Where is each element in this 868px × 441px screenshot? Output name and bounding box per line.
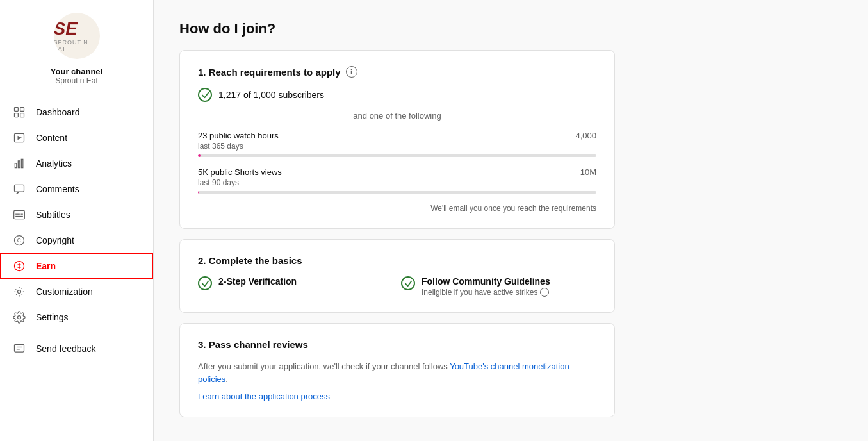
svg-text:C: C xyxy=(17,237,21,244)
content-icon xyxy=(13,131,26,144)
logo-subtitle: SPROUT N EAT xyxy=(54,39,100,52)
comments-label: Comments xyxy=(36,184,79,194)
svg-rect-7 xyxy=(18,161,20,168)
channel-logo-section: SE SPROUT N EAT Your channel Sprout n Ea… xyxy=(0,0,153,99)
svg-rect-0 xyxy=(15,108,19,112)
sidebar-item-customization[interactable]: Customization xyxy=(0,279,153,304)
svg-point-20 xyxy=(18,290,21,294)
watch-hours-sublabel: last 365 days xyxy=(198,142,596,151)
watch-hours-target: 4,000 xyxy=(575,131,596,140)
strikes-info-icon[interactable]: i xyxy=(540,288,549,297)
watch-hours-progress-bg xyxy=(198,154,596,157)
subscribers-check-icon xyxy=(198,88,212,102)
basics-card: 2. Complete the basics 2-Step Verificati… xyxy=(179,239,615,313)
subscribers-row: 1,217 of 1,000 subscribers xyxy=(198,88,596,102)
svg-rect-8 xyxy=(21,159,23,167)
channel-logo: SE SPROUT N EAT xyxy=(54,13,100,59)
shorts-sublabel: last 90 days xyxy=(198,178,596,187)
channel-handle: Sprout n Eat xyxy=(55,76,98,85)
feedback-label: Send feedback xyxy=(36,344,95,354)
sidebar-item-settings[interactable]: Settings xyxy=(0,304,153,330)
shorts-progress-bg xyxy=(198,191,596,194)
svg-rect-22 xyxy=(15,344,24,352)
settings-icon xyxy=(13,311,26,324)
requirements-card: 1. Reach requirements to apply i 1,217 o… xyxy=(179,50,615,229)
reviews-card: 3. Pass channel reviews After you submit… xyxy=(179,323,615,417)
sidebar-item-subtitles[interactable]: Subtitles xyxy=(0,202,153,228)
main-content: How do I join? 1. Reach requirements to … xyxy=(154,0,868,441)
svg-rect-10 xyxy=(14,210,25,219)
svg-point-21 xyxy=(18,316,21,319)
email-notice: We'll email you once you reach the requi… xyxy=(198,204,596,213)
analytics-icon xyxy=(13,157,26,170)
svg-marker-5 xyxy=(18,136,22,140)
basics-grid: 2-Step Verification Follow Community Gui… xyxy=(198,276,596,297)
copyright-icon: C xyxy=(13,234,26,247)
guidelines-text: Follow Community Guidelines Ineligible i… xyxy=(422,276,550,297)
sidebar-item-content[interactable]: Content xyxy=(0,125,153,151)
sidebar-item-analytics[interactable]: Analytics xyxy=(0,151,153,176)
svg-rect-3 xyxy=(20,113,24,117)
logo-initials: SE xyxy=(54,20,100,38)
sidebar: SE SPROUT N EAT Your channel Sprout n Ea… xyxy=(0,0,154,441)
shorts-label: 5K public Shorts views xyxy=(198,167,282,177)
requirements-card-title: 1. Reach requirements to apply i xyxy=(198,66,596,78)
comments-icon xyxy=(13,183,26,196)
svg-rect-2 xyxy=(15,113,19,117)
copyright-label: Copyright xyxy=(36,235,74,245)
page-title: How do I join? xyxy=(179,21,842,37)
requirements-info-icon[interactable]: i xyxy=(346,66,357,78)
sidebar-item-dashboard[interactable]: Dashboard xyxy=(0,99,153,125)
feedback-icon xyxy=(13,342,26,355)
customization-label: Customization xyxy=(36,287,93,297)
watch-hours-label: 23 public watch hours xyxy=(198,131,279,140)
dashboard-label: Dashboard xyxy=(36,107,80,117)
channel-name: Your channel xyxy=(51,67,102,76)
learn-application-link[interactable]: Learn about the application process xyxy=(198,392,596,401)
analytics-label: Analytics xyxy=(36,158,72,169)
verification-label: 2-Step Verification xyxy=(218,276,297,287)
dashboard-icon xyxy=(13,106,26,119)
sidebar-item-earn[interactable]: Earn xyxy=(0,253,153,279)
sidebar-item-copyright[interactable]: C Copyright xyxy=(0,228,153,253)
guidelines-sub: Ineligible if you have active strikes i xyxy=(422,288,550,297)
watch-hours-labels: 23 public watch hours 4,000 xyxy=(198,131,596,140)
svg-rect-6 xyxy=(15,163,17,168)
watch-hours-progress-fill xyxy=(198,154,201,157)
shorts-views-section: 5K public Shorts views 10M last 90 days xyxy=(198,167,596,194)
verification-check-icon xyxy=(198,276,212,290)
reviews-desc: After you submit your application, we'll… xyxy=(198,360,596,385)
guidelines-check-icon xyxy=(401,276,415,290)
watch-hours-section: 23 public watch hours 4,000 last 365 day… xyxy=(198,131,596,157)
shorts-labels: 5K public Shorts views 10M xyxy=(198,167,596,177)
subscribers-label: 1,217 of 1,000 subscribers xyxy=(218,90,324,100)
sidebar-item-feedback[interactable]: Send feedback xyxy=(0,336,153,362)
verification-item: 2-Step Verification xyxy=(198,276,393,297)
content-label: Content xyxy=(36,133,67,143)
reviews-card-title: 3. Pass channel reviews xyxy=(198,339,596,350)
earn-label: Earn xyxy=(36,261,56,271)
svg-rect-1 xyxy=(20,108,24,112)
basics-card-title: 2. Complete the basics xyxy=(198,255,596,266)
guidelines-label: Follow Community Guidelines xyxy=(422,276,550,287)
sidebar-divider xyxy=(10,333,143,333)
customization-icon xyxy=(13,285,26,298)
subtitles-icon xyxy=(13,208,26,221)
guidelines-item: Follow Community Guidelines Ineligible i… xyxy=(401,276,596,297)
shorts-target: 10M xyxy=(580,167,596,177)
svg-rect-9 xyxy=(15,185,24,192)
and-separator: and one of the following xyxy=(198,111,596,121)
sidebar-item-comments[interactable]: Comments xyxy=(0,176,153,202)
verification-text: 2-Step Verification xyxy=(218,276,297,287)
subtitles-label: Subtitles xyxy=(36,210,70,220)
settings-label: Settings xyxy=(36,312,69,322)
earn-icon xyxy=(13,260,26,272)
